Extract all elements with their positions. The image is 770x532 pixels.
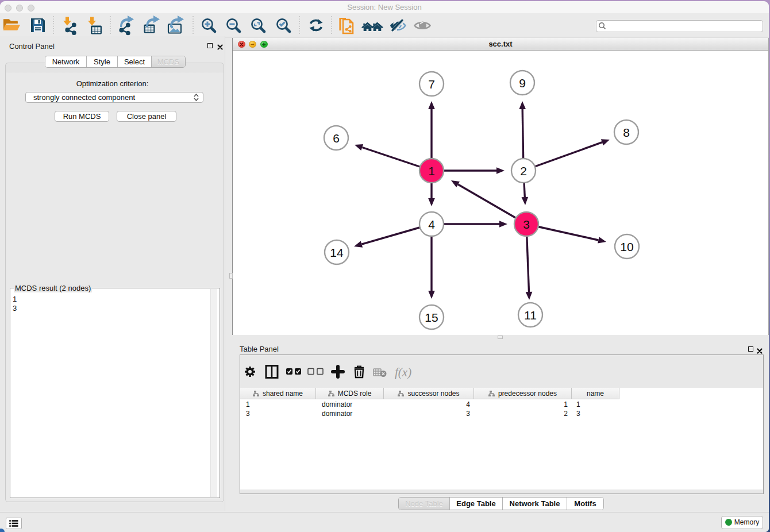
svg-text:7: 7: [428, 78, 435, 91]
svg-text:9: 9: [519, 76, 526, 90]
svg-text:6: 6: [333, 132, 340, 145]
svg-text:10: 10: [620, 240, 633, 253]
svg-text:8: 8: [623, 126, 630, 139]
svg-text:4: 4: [428, 218, 435, 231]
svg-text:3: 3: [523, 218, 530, 231]
svg-text:15: 15: [425, 311, 438, 324]
svg-text:2: 2: [520, 164, 527, 178]
svg-text:f(x): f(x): [395, 365, 411, 379]
svg-text:11: 11: [524, 309, 537, 322]
svg-text:14: 14: [330, 246, 344, 259]
svg-text:1: 1: [428, 164, 435, 178]
